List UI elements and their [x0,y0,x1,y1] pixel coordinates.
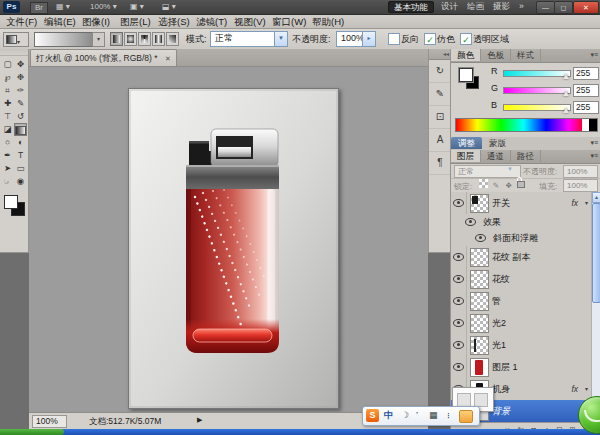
tab-masks[interactable]: 蒙版 [482,137,513,149]
diamond-gradient-button[interactable] [166,32,179,46]
visibility-toggle[interactable] [451,246,467,268]
popup-icon[interactable] [474,393,488,407]
workspace-design-button[interactable]: 设计 [436,1,463,12]
windows-taskbar[interactable] [0,429,600,435]
canvas[interactable] [128,88,339,409]
scrollbar-thumb[interactable] [592,203,600,303]
lock-transparency-icon[interactable] [479,179,488,188]
lock-all-icon[interactable] [516,181,526,190]
layer-thumbnail[interactable] [470,292,489,311]
lock-pixels-icon[interactable]: ✎ [491,181,501,190]
lasso-tool[interactable]: ℘ [1,71,14,84]
layer-thumbnail[interactable] [470,358,489,377]
color-spectrum-ramp[interactable] [455,118,598,132]
history-panel-icon[interactable]: ↻ [429,60,451,83]
restore-button[interactable]: ◻ [554,1,573,14]
visibility-toggle[interactable] [451,356,467,378]
sogou-logo[interactable]: S [366,409,379,422]
toolbox-icon[interactable] [459,410,473,423]
menu-view[interactable]: 视图(V) [230,15,270,28]
blue-value-field[interactable]: 255 [573,101,599,114]
screen-mode-icon[interactable]: ⬓ ▾ [162,2,176,12]
spin-arrow-icon[interactable]: ▸ [362,32,375,46]
view-extras-icon[interactable]: ▦ ▾ [56,2,70,12]
layer-row-pattern-copy[interactable]: 花纹 副本 [451,246,592,269]
workspace-paint-button[interactable]: 绘画 [462,1,489,12]
popup-icon[interactable] [457,393,471,407]
tab-color[interactable]: 颜色 [451,49,481,61]
more-icon[interactable]: ⁝ [447,409,450,422]
arrange-documents-icon[interactable]: ▣ ▾ [130,2,144,12]
visibility-toggle[interactable] [451,334,467,356]
soft-keyboard-icon[interactable]: ▦ [429,409,438,422]
visibility-toggle[interactable] [451,268,467,290]
scroll-up-icon[interactable]: ▲ [592,192,600,203]
layer-row-light1[interactable]: 光1 [451,334,592,357]
layer-row-tube[interactable]: 管 [451,290,592,313]
path-selection-tool[interactable]: ➤ [1,162,14,175]
menu-window[interactable]: 窗口(W) [268,15,310,28]
blue-slider[interactable] [503,104,571,111]
blend-mode-select[interactable]: 正常▼ [210,31,288,47]
appbar-zoom-level[interactable]: 100% ▾ [90,2,117,12]
reverse-checkbox[interactable] [388,33,400,45]
dither-checkbox[interactable]: ✓ [424,33,436,45]
bridge-launch-icon[interactable]: Br [30,2,48,14]
punctuation-icon[interactable]: ’ [416,409,418,422]
layer-row-pattern[interactable]: 花纹 [451,268,592,291]
hand-tool[interactable]: ☞ [1,175,14,188]
menu-image[interactable]: 图像(I) [78,15,114,28]
gradient-picker-arrow[interactable]: ▾ [92,32,105,47]
history-brush-tool[interactable]: ↺ [14,110,27,123]
brush-tool[interactable]: ✎ [14,97,27,110]
fx-collapse-icon[interactable]: ▾ [585,192,588,214]
layer-thumbnail[interactable] [470,248,489,267]
layer-thumbnail[interactable] [470,336,489,355]
red-value-field[interactable]: 255 [573,67,599,80]
brush-panel-icon[interactable]: ✎ [429,83,451,106]
lock-position-icon[interactable]: ✥ [504,181,514,190]
type-tool[interactable]: T [14,149,27,162]
menu-filter[interactable]: 滤镜(T) [192,15,231,28]
paragraph-panel-icon[interactable]: ¶ [429,152,451,175]
red-slider[interactable] [503,70,571,77]
chevron-down-icon[interactable]: ▼ [274,32,287,46]
workspace-photo-button[interactable]: 摄影 [488,1,515,12]
character-panel-icon[interactable]: A [429,129,451,152]
chinese-mode-icon[interactable]: 中 [384,409,393,422]
transparency-checkbox[interactable]: ✓ [460,33,472,45]
fx-collapse-icon[interactable]: ▾ [585,378,588,400]
gradient-tool[interactable] [14,123,27,136]
zoom-tool[interactable]: ◉ [14,175,27,188]
start-button[interactable] [0,429,64,435]
opacity-field[interactable]: 100%▸ [336,31,376,47]
white-swatch[interactable] [582,119,589,131]
visibility-toggle[interactable] [473,230,488,246]
foreground-color-swatch[interactable] [4,195,18,209]
blue-slider-knob[interactable] [563,108,569,113]
menu-layer[interactable]: 图层(L) [116,15,155,28]
tab-adjustments[interactable]: 调整 [451,137,482,149]
status-arrow-icon[interactable]: ▶ [197,416,202,424]
rectangular-marquee-tool[interactable]: ▢ [1,58,14,71]
layer-row-light2[interactable]: 光2 [451,312,592,335]
shape-tool[interactable]: ▭ [14,162,27,175]
dodge-tool[interactable]: ◐ [14,136,27,149]
collapse-dock-icon[interactable]: ◂◂ [429,49,451,60]
angle-gradient-button[interactable] [138,32,151,46]
eyedropper-tool[interactable]: ✑ [14,84,27,97]
blur-tool[interactable]: ○ [1,136,14,149]
workspace-overflow-button[interactable]: » [514,1,529,12]
tab-swatches[interactable]: 色板 [481,49,511,61]
panel-menu-icon[interactable]: ▾≡ [590,51,598,59]
fx-badge[interactable]: fx [571,378,578,400]
tab-styles[interactable]: 样式 [511,49,541,61]
menu-help[interactable]: 帮助(H) [308,15,348,28]
close-button[interactable]: ✕ [573,1,599,14]
moon-icon[interactable]: ☽ [401,409,409,422]
move-tool[interactable]: ✥ [14,58,27,71]
green-value-field[interactable]: 255 [573,84,599,97]
green-slider-knob[interactable] [563,91,569,96]
clone-source-panel-icon[interactable]: ⊡ [429,106,451,129]
panel-menu-icon[interactable]: ▾≡ [590,139,598,147]
